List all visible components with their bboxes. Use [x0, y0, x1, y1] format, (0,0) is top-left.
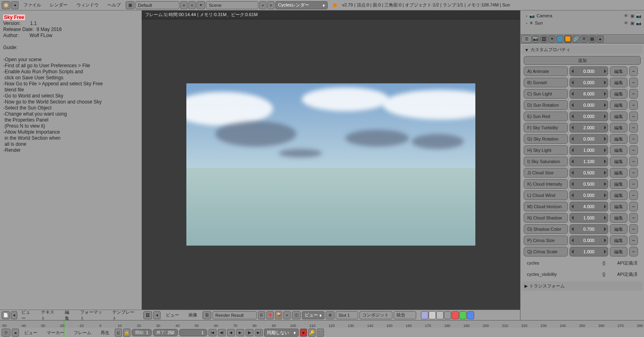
prop-edit-button[interactable]: 編集	[610, 112, 627, 121]
prop-edit-button[interactable]: 編集	[610, 134, 627, 144]
prop-value-slider[interactable]: 0.000	[570, 112, 608, 121]
restrict-view-icon[interactable]: 👁	[623, 20, 629, 26]
prop-value-slider[interactable]: 4.000	[570, 202, 608, 211]
channel-g-icon[interactable]	[459, 311, 466, 319]
prop-value-slider[interactable]: 0.700	[570, 224, 608, 234]
render-viewport[interactable]	[142, 19, 520, 310]
prop-edit-button[interactable]: 編集	[610, 78, 627, 87]
menu-render[interactable]: レンダー	[46, 2, 72, 8]
tab-world[interactable]: 🌐	[556, 35, 564, 43]
scene-icon[interactable]: ✦	[196, 1, 205, 9]
scene-selector[interactable]: Scene	[206, 1, 258, 9]
prop-edit-button[interactable]: 編集	[610, 190, 627, 200]
prop-value-slider[interactable]: 0.000	[570, 78, 608, 87]
prop-edit-button[interactable]: 編集	[610, 224, 627, 234]
text-menu-text[interactable]: テキスト	[38, 309, 61, 321]
tab-scene[interactable]: ✦	[548, 35, 555, 43]
tab-renderlayer[interactable]: 🖼	[540, 35, 547, 43]
tab-physics[interactable]: ●	[597, 35, 604, 43]
keyframe-prev-icon[interactable]: ◀|	[218, 329, 226, 336]
channel-rgb-icon[interactable]	[429, 311, 436, 319]
end-frame-field[interactable]: 終了:250	[153, 329, 178, 336]
prop-remove-button[interactable]: −	[629, 179, 638, 189]
prop-remove-button[interactable]: −	[629, 202, 638, 211]
prop-value-slider[interactable]: 0.000	[570, 66, 608, 76]
restrict-select-icon[interactable]: ▣	[630, 13, 635, 19]
prop-remove-button[interactable]: −	[629, 112, 638, 121]
play-icon[interactable]: ▶	[236, 329, 244, 336]
prop-value-slider[interactable]: 1.100	[570, 157, 608, 166]
prop-value-slider[interactable]: 1.500	[570, 213, 608, 223]
layout-del[interactable]: ×	[188, 1, 196, 9]
expand-icon[interactable]: ◂	[12, 329, 19, 337]
scene-add[interactable]: +	[259, 1, 266, 9]
tab-data[interactable]: ☀	[580, 35, 588, 43]
view-mode[interactable]: ビュー♦	[302, 311, 324, 319]
restrict-render-icon[interactable]: 📷	[636, 20, 642, 26]
restrict-view-icon[interactable]: 👁	[623, 13, 629, 19]
prop-value-slider[interactable]: 0.000	[570, 236, 608, 245]
text-menu-template[interactable]: テンプレート	[109, 309, 140, 321]
tl-menu-view[interactable]: ビュー	[20, 330, 41, 336]
prop-remove-button[interactable]: −	[629, 100, 638, 110]
menu-help[interactable]: ヘルプ	[103, 2, 125, 8]
prop-remove-button[interactable]: −	[629, 145, 638, 155]
prop-edit-button[interactable]: 編集	[610, 66, 627, 76]
outliner[interactable]: ▸ 📷 Camera 👁▣📷 ▸ ☀ Sun 👁▣📷	[520, 10, 644, 35]
prop-value-slider[interactable]: 8.000	[570, 89, 608, 99]
prop-edit-button[interactable]: 編集	[610, 100, 627, 110]
restrict-render-icon[interactable]: 📷	[636, 13, 642, 19]
keyset-list-icon[interactable]: ⬚	[317, 329, 324, 337]
tab-render[interactable]: 📷	[532, 35, 539, 43]
slot-selector[interactable]: Slot 1	[336, 311, 358, 319]
help-icon[interactable]: ◂	[11, 1, 19, 9]
prop-edit-button[interactable]: 編集	[610, 157, 627, 166]
prop-remove-button[interactable]: −	[629, 190, 638, 200]
image-selector[interactable]: Render Result	[213, 311, 257, 319]
sync-mode[interactable]: 同期しない♦	[264, 329, 299, 337]
prop-edit-button[interactable]: 編集	[610, 179, 627, 189]
prop-value-slider[interactable]: 0.000	[570, 190, 608, 200]
expand-icon[interactable]: ◂	[11, 311, 18, 319]
autokey-record-icon[interactable]: ●	[300, 329, 307, 337]
editor-type-icon[interactable]: 🖼	[143, 311, 152, 319]
prop-value-slider[interactable]: 0.000	[570, 134, 608, 144]
prop-edit-button[interactable]: 編集	[610, 89, 627, 99]
expand-icon[interactable]: ◂	[153, 311, 161, 319]
jump-start-icon[interactable]: |◀	[208, 329, 217, 336]
editor-type-icon[interactable]: 📄	[2, 311, 10, 319]
start-frame-field[interactable]: 開始:1	[132, 329, 152, 336]
prop-remove-button[interactable]: −	[629, 78, 638, 87]
play-reverse-icon[interactable]: ◀	[227, 329, 235, 336]
jump-end-icon[interactable]: ▶|	[255, 329, 263, 336]
engine-selector[interactable]: Cyclesレンダー♦	[275, 1, 328, 9]
prop-remove-button[interactable]: −	[629, 247, 638, 256]
prop-edit-button[interactable]: 編集	[610, 202, 627, 211]
editor-type-icon[interactable]: ☰	[521, 35, 532, 43]
layout-selector[interactable]: Default	[135, 1, 180, 9]
image-fake-user[interactable]: F	[258, 311, 265, 319]
editor-type-icon[interactable]: ⏱	[2, 329, 10, 337]
custom-props-header[interactable]: ▼カスタムプロパティ	[522, 45, 642, 54]
add-property-button[interactable]: 追加	[524, 56, 641, 65]
channel-rgba-icon[interactable]	[421, 311, 428, 319]
prop-edit-button[interactable]: 編集	[610, 145, 627, 155]
layout-icon[interactable]: ▦	[126, 1, 134, 9]
prop-value-slider[interactable]: 0.000	[570, 100, 608, 110]
prop-value-slider[interactable]: 2.000	[570, 123, 608, 132]
menu-file[interactable]: ファイル	[19, 2, 45, 8]
prop-remove-button[interactable]: −	[629, 123, 638, 132]
image-unlink-icon[interactable]: ×	[283, 311, 291, 319]
tl-menu-frame[interactable]: フレーム	[70, 330, 95, 336]
restrict-select-icon[interactable]: ▣	[630, 20, 635, 26]
prop-edit-button[interactable]: 編集	[610, 123, 627, 132]
channel-z-icon[interactable]	[444, 311, 451, 319]
range-clamp-icon[interactable]: ⊏	[115, 329, 122, 337]
pass-selector[interactable]: 統合	[394, 311, 416, 319]
tab-object[interactable]: 🟧	[564, 35, 572, 43]
prop-remove-button[interactable]: −	[629, 66, 638, 76]
prop-value-slider[interactable]: 1.000	[570, 145, 608, 155]
pivot-icon[interactable]: ⊕	[326, 311, 334, 319]
scene-del[interactable]: ×	[267, 1, 275, 9]
properties-panel[interactable]: ▼カスタムプロパティ 追加 A) Animate 0.000 編集 − B) S…	[520, 43, 644, 320]
